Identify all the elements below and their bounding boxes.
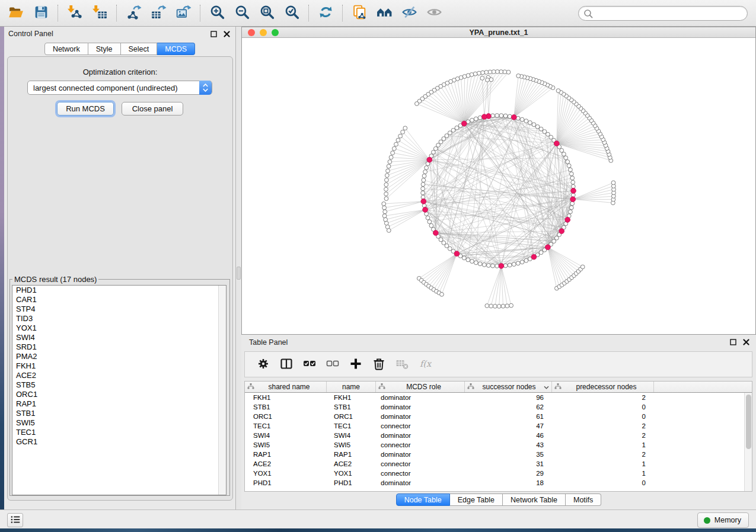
select-all-button[interactable] <box>299 354 320 374</box>
close-panel-button[interactable]: Close panel <box>122 102 183 116</box>
network-node[interactable] <box>611 181 615 185</box>
network-node[interactable] <box>571 184 575 188</box>
network-node[interactable] <box>486 78 490 82</box>
table-float-panel-icon[interactable] <box>728 336 738 347</box>
network-node[interactable] <box>440 293 444 297</box>
first-neighbors-button[interactable] <box>374 2 395 24</box>
network-node[interactable] <box>503 264 508 268</box>
table-row[interactable]: ORC1ORC1dominator610 <box>245 412 752 421</box>
network-node[interactable] <box>384 197 388 201</box>
table-row[interactable]: TEC1TEC1connector472 <box>245 421 752 431</box>
network-node[interactable] <box>488 70 492 74</box>
tab-mcds[interactable]: MCDS <box>157 43 195 55</box>
network-mcds-node[interactable] <box>421 199 426 204</box>
table-row[interactable]: YOX1YOX1connector291 <box>245 469 752 478</box>
network-node[interactable] <box>462 256 466 260</box>
network-node[interactable] <box>506 70 511 74</box>
save-session-button[interactable] <box>30 2 52 24</box>
network-node[interactable] <box>382 202 386 206</box>
network-node[interactable] <box>489 78 493 82</box>
mcds-result-item[interactable]: ORC1 <box>12 390 226 399</box>
close-panel-icon[interactable] <box>221 28 232 39</box>
network-node[interactable] <box>398 134 403 138</box>
refresh-layout-button[interactable] <box>315 2 336 24</box>
network-node[interactable] <box>382 206 387 210</box>
tab-node-table[interactable]: Node Table <box>396 493 450 506</box>
network-node[interactable] <box>569 206 573 210</box>
network-node[interactable] <box>442 137 446 141</box>
network-node[interactable] <box>480 76 484 81</box>
network-node[interactable] <box>426 216 430 220</box>
network-mcds-node[interactable] <box>427 157 432 162</box>
network-node[interactable] <box>566 160 570 164</box>
network-node[interactable] <box>509 303 513 307</box>
mcds-result-item[interactable]: ACE2 <box>12 371 226 380</box>
network-node[interactable] <box>508 114 512 118</box>
network-node[interactable] <box>385 174 389 178</box>
float-panel-icon[interactable] <box>208 28 219 39</box>
network-node[interactable] <box>484 70 489 75</box>
network-node[interactable] <box>512 262 516 267</box>
network-node[interactable] <box>501 304 505 308</box>
network-node[interactable] <box>524 119 528 123</box>
network-node[interactable] <box>564 156 568 160</box>
network-node[interactable] <box>470 259 474 264</box>
network-node[interactable] <box>478 262 482 266</box>
network-node[interactable] <box>524 258 528 262</box>
network-node[interactable] <box>382 214 387 218</box>
network-node[interactable] <box>539 127 543 131</box>
tab-edge-table[interactable]: Edge Table <box>450 493 503 506</box>
network-mcds-node[interactable] <box>570 197 576 202</box>
table-row[interactable]: SWI5SWI5connector431 <box>245 440 752 450</box>
list-scrollbar[interactable] <box>218 286 226 495</box>
column-header-name[interactable]: name <box>327 382 376 392</box>
network-node[interactable] <box>503 114 508 118</box>
function-builder-button[interactable]: f(x) <box>415 354 435 374</box>
show-all-button[interactable] <box>423 2 445 24</box>
network-node[interactable] <box>423 170 428 174</box>
network-node[interactable] <box>384 187 388 191</box>
table-row[interactable]: RAP1RAP1dominator352 <box>245 450 752 459</box>
network-node[interactable] <box>401 130 405 134</box>
run-mcds-button[interactable]: Run MCDS <box>57 102 114 116</box>
network-node[interactable] <box>497 305 501 309</box>
clone-network-button[interactable] <box>349 2 370 24</box>
network-node[interactable] <box>383 210 387 214</box>
network-node[interactable] <box>429 223 433 227</box>
settings-button[interactable] <box>253 354 273 374</box>
network-node[interactable] <box>422 174 426 178</box>
mcds-result-item[interactable]: SWI5 <box>12 418 226 428</box>
network-mcds-node[interactable] <box>531 254 537 259</box>
network-mcds-node[interactable] <box>423 207 428 213</box>
network-node[interactable] <box>432 150 436 155</box>
network-mcds-node[interactable] <box>546 245 551 250</box>
network-node[interactable] <box>384 192 388 196</box>
table-scrollbar[interactable] <box>744 393 752 492</box>
network-node[interactable] <box>520 260 524 264</box>
mcds-result-item[interactable]: TEC1 <box>12 428 226 437</box>
network-node[interactable] <box>528 121 532 125</box>
delete-column-button[interactable] <box>369 354 389 374</box>
table-row[interactable]: STB1STB1dominator620 <box>245 402 752 412</box>
search-input[interactable] <box>578 6 748 21</box>
network-node[interactable] <box>387 229 391 233</box>
network-node[interactable] <box>535 125 540 129</box>
network-node[interactable] <box>516 261 520 265</box>
network-mcds-node[interactable] <box>481 114 487 120</box>
import-network-button[interactable] <box>64 2 85 24</box>
table-row[interactable]: SWI4SWI4dominator462 <box>245 431 752 440</box>
import-table-button[interactable] <box>89 2 110 24</box>
network-node[interactable] <box>499 114 503 118</box>
memory-button[interactable]: Memory <box>697 512 749 528</box>
network-mcds-node[interactable] <box>454 251 460 257</box>
network-mcds-node[interactable] <box>554 141 559 146</box>
network-node[interactable] <box>520 117 524 121</box>
network-node[interactable] <box>473 72 477 76</box>
tab-motifs[interactable]: Motifs <box>566 493 601 506</box>
tab-select[interactable]: Select <box>121 43 158 55</box>
network-node[interactable] <box>466 258 470 262</box>
task-history-button[interactable] <box>7 513 23 527</box>
network-mcds-node[interactable] <box>559 229 564 234</box>
network-node[interactable] <box>569 168 573 172</box>
mcds-result-item[interactable]: FKH1 <box>12 361 226 371</box>
